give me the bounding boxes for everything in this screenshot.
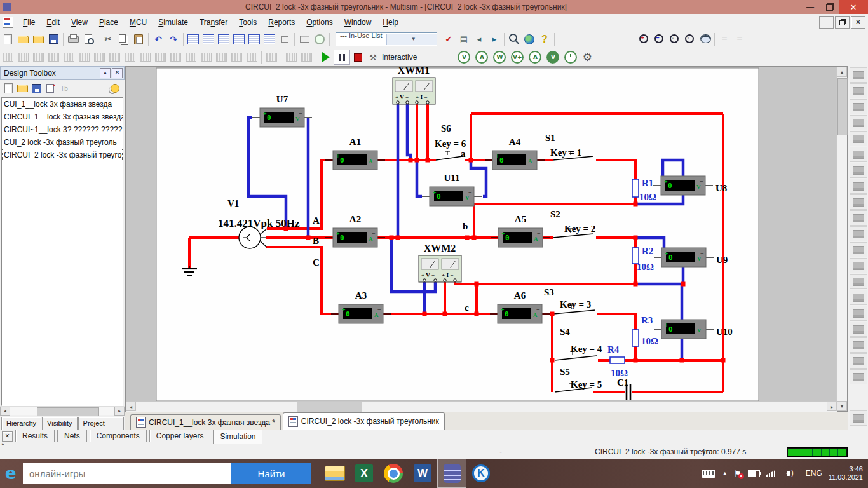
design-list-item[interactable]: CIRCUI_1__lock 3x фазная звезда — [2, 111, 123, 123]
print-icon[interactable] — [65, 32, 81, 46]
breadboard-icon[interactable] — [264, 50, 279, 64]
search-button[interactable]: Найти — [231, 463, 311, 484]
explorer-taskbar-icon[interactable] — [320, 459, 349, 488]
misc-group-icon[interactable] — [168, 50, 183, 64]
toolbox-hscrollbar[interactable]: ◂ ▸ — [0, 406, 125, 416]
menu-transfer[interactable]: Transfer — [194, 17, 233, 28]
chrome-taskbar-icon[interactable] — [379, 459, 408, 488]
menu-edit[interactable]: Edit — [41, 17, 65, 28]
doc-export-icon[interactable] — [43, 81, 57, 95]
description-box-icon[interactable] — [717, 32, 732, 46]
bus-icon[interactable] — [283, 50, 299, 64]
child-close-button[interactable]: ✕ — [851, 16, 865, 29]
open-icon[interactable] — [15, 81, 29, 95]
canvas-vscrollbar[interactable]: ▴ ▾ — [836, 67, 847, 411]
probe-w-icon[interactable]: W — [493, 51, 506, 64]
copy-icon[interactable] — [116, 32, 131, 46]
schematic-canvas[interactable]: V1141.421Vpk 50HzS1Key = 1S2Key = 2S3Key… — [126, 67, 837, 401]
interactive-wrench-icon[interactable] — [365, 50, 381, 64]
probe-v+-icon[interactable]: V+ — [511, 51, 524, 64]
current-clamp-icon[interactable] — [850, 369, 867, 384]
cut-icon[interactable] — [100, 32, 116, 46]
menu-file[interactable]: File — [17, 17, 41, 28]
wattmeter-XWM2[interactable]: + V −+ I −XWM2 — [419, 243, 461, 282]
word-taskbar-icon[interactable] — [408, 459, 437, 488]
menu-help[interactable]: Help — [377, 17, 404, 28]
back-annotate-icon[interactable] — [471, 32, 487, 46]
toggle-border-icon[interactable] — [231, 32, 247, 46]
mcu-group-icon[interactable] — [244, 50, 259, 64]
ncs-group-icon[interactable] — [229, 50, 244, 64]
toggle-ruler-icon[interactable] — [216, 32, 231, 46]
logic-converter-icon[interactable] — [850, 194, 867, 210]
misc-digital-group-icon[interactable] — [107, 50, 122, 64]
export-netlist-icon[interactable] — [456, 32, 471, 46]
scroll-left-icon[interactable]: ◂ — [126, 402, 136, 411]
save-icon[interactable] — [46, 32, 61, 46]
scroll-thumb[interactable] — [297, 402, 362, 412]
menu-place[interactable]: Place — [93, 17, 124, 28]
junction-icon[interactable] — [299, 50, 314, 64]
new-icon[interactable] — [0, 32, 15, 46]
agilent-oscilloscope-icon[interactable] — [850, 322, 867, 337]
child-minimize-button[interactable]: _ — [819, 16, 834, 29]
language-indicator[interactable]: ENG — [806, 469, 822, 478]
scroll-down-icon[interactable]: ▾ — [837, 401, 847, 411]
zoom-area-icon[interactable] — [667, 32, 682, 46]
scroll-right-icon[interactable]: ▸ — [827, 402, 837, 411]
new-icon[interactable] — [1, 81, 15, 95]
stop-icon[interactable] — [350, 50, 365, 64]
fullscreen-icon[interactable] — [697, 32, 712, 46]
wizard-icon[interactable] — [312, 32, 327, 46]
source-group-icon[interactable] — [0, 50, 15, 64]
peripherals-group-icon[interactable] — [183, 50, 198, 64]
print-preview-icon[interactable] — [81, 32, 96, 46]
design-list-item[interactable]: CIRCUI~1__lock 3? ?????? ??????-D — [2, 123, 123, 136]
pause-icon[interactable] — [334, 50, 350, 65]
minimize-button[interactable]: — — [801, 0, 820, 14]
action-center-flag-icon[interactable]: ⚑ — [734, 469, 742, 478]
diode-group-icon[interactable] — [31, 50, 46, 64]
wattmeter-icon[interactable] — [850, 99, 867, 114]
zoom-out-icon[interactable] — [651, 32, 667, 46]
spreadsheet-close-icon[interactable]: ✕ — [2, 431, 13, 442]
scroll-thumb[interactable] — [37, 407, 99, 416]
logic-analyzer-icon[interactable] — [850, 210, 867, 226]
redo-icon[interactable] — [166, 32, 181, 46]
toggle-toolbox-icon[interactable] — [186, 32, 201, 46]
menu-window[interactable]: Window — [339, 17, 377, 28]
labview-instrument-icon[interactable] — [850, 353, 867, 369]
multisim-taskbar-icon[interactable] — [437, 459, 466, 488]
spreadsheet-tab-results[interactable]: Results — [15, 430, 55, 442]
multimeter-icon[interactable] — [850, 67, 867, 83]
rf-group-icon[interactable] — [198, 50, 214, 64]
edge-icon[interactable]: e — [5, 464, 17, 483]
scroll-right-icon[interactable]: ▸ — [114, 407, 125, 416]
probe-a-icon[interactable]: A — [529, 51, 541, 64]
network-analyzer-icon[interactable] — [850, 274, 867, 289]
oscilloscope-icon[interactable] — [850, 115, 867, 130]
menu-options[interactable]: Options — [301, 17, 338, 28]
sheet-tab[interactable]: CIRCUI_1__lock 3x фазная звезда * — [130, 414, 281, 430]
zoom-fit-icon[interactable] — [682, 32, 697, 46]
electromech-group-icon[interactable] — [214, 50, 229, 64]
spreadsheet-tab-simulation[interactable]: Simulation — [213, 430, 262, 444]
probe-v-icon[interactable]: V — [458, 51, 470, 64]
function-generator-icon[interactable] — [850, 83, 867, 98]
document-icon[interactable] — [3, 17, 13, 28]
probe-v-icon[interactable]: V — [546, 51, 559, 64]
iv-analyzer-icon[interactable] — [850, 226, 867, 241]
toggle-graph-icon[interactable] — [247, 32, 262, 46]
place-component-icon[interactable] — [297, 32, 312, 46]
keyboard-icon[interactable] — [702, 470, 715, 478]
probe-settings-gear-icon[interactable] — [580, 50, 595, 64]
menu-mcu[interactable]: MCU — [124, 17, 153, 28]
distortion-analyzer-icon[interactable] — [850, 242, 867, 257]
tektronix-oscilloscope-icon[interactable] — [850, 337, 867, 353]
paste-icon[interactable] — [131, 32, 146, 46]
sheet-tab[interactable]: CIRCUI_2 lock -3x фазный треугольник — [283, 412, 445, 430]
four-channel-oscilloscope-icon[interactable] — [850, 131, 867, 146]
mixed-group-icon[interactable] — [122, 50, 137, 64]
transistor-group-icon[interactable] — [46, 50, 61, 64]
design-list-item[interactable]: CIRCUI_2 lock -3x фазный треуго — [2, 149, 123, 161]
